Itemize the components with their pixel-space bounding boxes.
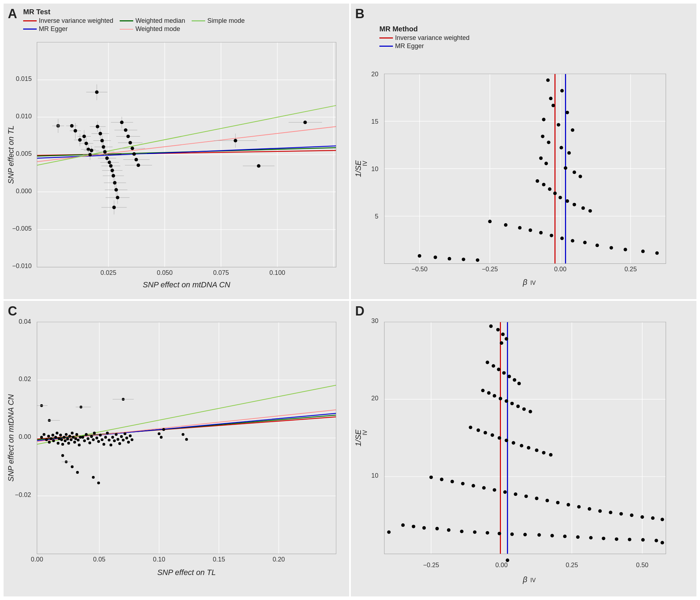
svg-point-213 xyxy=(48,441,51,443)
svg-point-177 xyxy=(434,256,437,259)
svg-point-351 xyxy=(514,492,517,496)
svg-point-317 xyxy=(497,368,501,371)
panel-a: A MR Test Inverse variance weighted MR E… xyxy=(4,4,349,299)
svg-text:−0.25: −0.25 xyxy=(423,561,439,569)
svg-point-141 xyxy=(542,118,545,121)
svg-point-378 xyxy=(550,534,554,538)
svg-text:0.10: 0.10 xyxy=(153,556,165,563)
svg-point-142 xyxy=(557,123,560,127)
svg-point-386 xyxy=(654,539,658,542)
svg-point-335 xyxy=(498,436,501,440)
svg-point-45 xyxy=(96,125,99,128)
svg-text:IV: IV xyxy=(362,430,368,435)
svg-point-337 xyxy=(512,441,515,445)
svg-point-347 xyxy=(472,484,475,488)
svg-point-275 xyxy=(76,471,79,474)
svg-text:0.20: 0.20 xyxy=(273,556,285,563)
svg-text:−0.50: −0.50 xyxy=(411,266,427,273)
svg-text:5: 5 xyxy=(375,213,378,220)
svg-point-93 xyxy=(129,141,132,144)
svg-point-234 xyxy=(74,437,77,440)
svg-point-153 xyxy=(536,179,539,183)
svg-point-375 xyxy=(510,533,514,536)
svg-point-165 xyxy=(529,229,532,232)
svg-point-269 xyxy=(127,441,130,443)
svg-point-344 xyxy=(440,478,444,481)
svg-point-267 xyxy=(124,432,126,435)
svg-point-271 xyxy=(131,438,134,441)
svg-text:0.05: 0.05 xyxy=(93,556,105,563)
svg-text:IV: IV xyxy=(530,280,536,286)
svg-point-160 xyxy=(581,206,585,210)
panel-c: C xyxy=(4,301,349,596)
panel-d: D xyxy=(351,301,696,596)
svg-point-279 xyxy=(158,432,161,435)
svg-text:1/SE: 1/SE xyxy=(354,429,363,446)
svg-point-139 xyxy=(551,104,555,107)
svg-point-332 xyxy=(477,429,480,432)
svg-point-149 xyxy=(544,162,548,165)
panel-a-label: A xyxy=(8,6,17,21)
svg-point-97 xyxy=(133,152,136,156)
svg-text:0.00: 0.00 xyxy=(19,433,31,440)
svg-point-231 xyxy=(71,432,74,435)
svg-point-346 xyxy=(461,482,465,486)
svg-point-369 xyxy=(435,527,439,530)
svg-point-84 xyxy=(112,206,116,209)
svg-point-260 xyxy=(111,436,114,439)
svg-text:10: 10 xyxy=(371,472,378,479)
svg-point-333 xyxy=(483,431,487,435)
svg-point-255 xyxy=(103,443,105,446)
svg-point-180 xyxy=(476,258,479,262)
svg-text:20: 20 xyxy=(371,71,378,78)
svg-point-164 xyxy=(518,226,522,230)
svg-point-236 xyxy=(77,439,79,441)
svg-point-223 xyxy=(61,443,64,446)
svg-point-175 xyxy=(655,251,659,255)
svg-point-161 xyxy=(588,209,592,213)
svg-point-384 xyxy=(628,538,631,541)
svg-point-214 xyxy=(50,437,52,440)
svg-point-261 xyxy=(113,439,116,442)
svg-point-284 xyxy=(182,433,185,436)
svg-point-364 xyxy=(651,516,655,520)
svg-point-145 xyxy=(547,140,550,144)
svg-point-245 xyxy=(85,433,88,436)
svg-point-373 xyxy=(486,531,489,535)
svg-point-229 xyxy=(68,435,71,438)
svg-point-262 xyxy=(115,433,118,436)
chart-b-svg: −0.50 −0.25 0.00 0.25 5 10 15 20 β IV 1/… xyxy=(351,4,696,299)
svg-point-143 xyxy=(571,128,574,132)
svg-point-281 xyxy=(162,428,165,431)
svg-point-358 xyxy=(588,507,591,511)
svg-point-230 xyxy=(70,438,73,441)
svg-point-254 xyxy=(101,438,104,441)
svg-point-60 xyxy=(105,157,109,160)
svg-point-334 xyxy=(491,434,494,437)
svg-text:0.15: 0.15 xyxy=(213,556,225,563)
svg-point-338 xyxy=(520,444,523,447)
svg-point-324 xyxy=(493,394,496,398)
svg-point-252 xyxy=(97,440,100,443)
svg-point-323 xyxy=(487,391,491,395)
svg-point-325 xyxy=(499,397,502,400)
svg-point-246 xyxy=(87,437,89,440)
svg-text:−0.02: −0.02 xyxy=(15,491,31,498)
svg-point-228 xyxy=(67,442,70,445)
svg-point-81 xyxy=(116,196,119,199)
svg-point-151 xyxy=(572,170,576,174)
svg-point-18 xyxy=(70,124,74,128)
svg-point-148 xyxy=(539,157,543,160)
svg-point-137 xyxy=(560,89,564,93)
svg-text:1/SE: 1/SE xyxy=(354,160,363,177)
svg-point-257 xyxy=(106,432,109,435)
svg-point-387 xyxy=(387,530,391,534)
svg-point-388 xyxy=(660,541,664,544)
svg-text:0.04: 0.04 xyxy=(19,318,31,325)
svg-point-91 xyxy=(126,135,130,138)
svg-point-221 xyxy=(59,434,62,437)
svg-text:IV: IV xyxy=(362,161,368,166)
svg-point-326 xyxy=(505,399,508,403)
svg-text:−0.25: −0.25 xyxy=(482,266,498,273)
svg-point-278 xyxy=(61,454,64,457)
